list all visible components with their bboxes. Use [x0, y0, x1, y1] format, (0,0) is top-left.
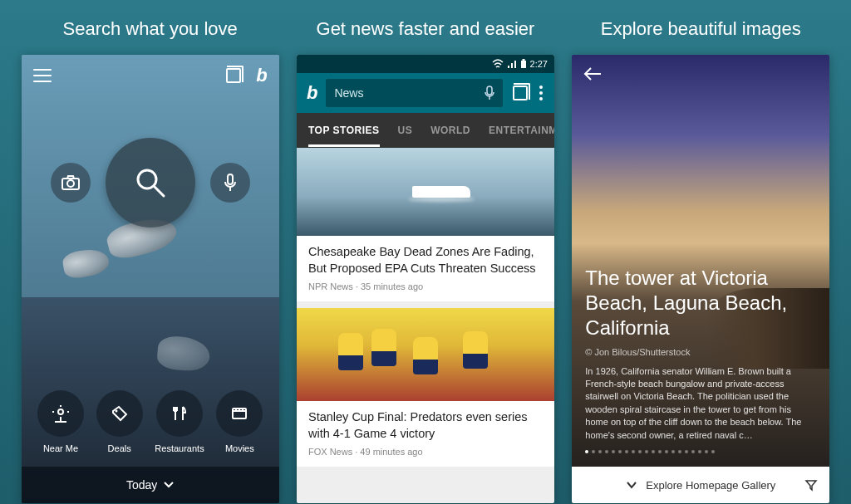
today-label: Today	[126, 478, 157, 492]
battery-icon	[520, 59, 527, 69]
explore-gallery-button[interactable]: Explore Homepage Gallery	[572, 467, 829, 503]
image-title: The tower at Victoria Beach, Laguna Beac…	[585, 266, 816, 340]
camera-search-button[interactable]	[51, 163, 91, 203]
tab-entertainment[interactable]: ENTERTAINME	[489, 125, 554, 136]
svg-rect-15	[487, 86, 492, 95]
image-description: In 1926, California senator William E. B…	[585, 365, 816, 442]
tab-top-stories[interactable]: TOP STORIES	[308, 125, 380, 147]
wifi-icon	[492, 59, 504, 69]
today-button[interactable]: Today	[22, 467, 279, 503]
column-title-search: Search what you love	[62, 18, 237, 40]
category-restaurants[interactable]: Restaurants	[155, 390, 204, 453]
restaurants-icon	[170, 404, 189, 423]
article-card[interactable]: Stanley Cup Final: Predators even series…	[297, 308, 554, 467]
category-label: Movies	[225, 443, 254, 453]
pagination-dots[interactable]	[585, 450, 816, 453]
category-row: Near Me Deals Restaurants Movies	[22, 390, 279, 453]
search-input[interactable]: News	[326, 79, 503, 107]
search-button[interactable]	[106, 138, 195, 228]
svg-rect-14	[522, 59, 524, 61]
category-near-me[interactable]: Near Me	[37, 390, 84, 453]
bing-logo[interactable]: b	[303, 82, 321, 104]
category-deals[interactable]: Deals	[96, 390, 143, 453]
svg-point-7	[115, 410, 117, 413]
phone-images: The tower at Victoria Beach, Laguna Beac…	[572, 55, 829, 503]
svg-line-3	[155, 187, 164, 196]
movies-icon	[230, 404, 248, 423]
back-button[interactable]	[583, 66, 602, 81]
article-image	[297, 148, 554, 236]
category-label: Restaurants	[155, 443, 204, 453]
phone-news: 2:27 b News TOP STORIES US WORLD ENTERTA…	[297, 55, 554, 503]
search-value: News	[334, 86, 363, 100]
article-image	[297, 308, 554, 401]
article-meta: FOX News · 49 minutes ago	[308, 447, 543, 457]
chevron-down-icon	[164, 482, 174, 488]
svg-rect-13	[521, 61, 526, 68]
article-title: Chesapeake Bay Dead Zones Are Fading, Bu…	[308, 244, 543, 276]
search-icon	[132, 164, 169, 201]
article-card[interactable]: Chesapeake Bay Dead Zones Are Fading, Bu…	[297, 148, 554, 301]
bing-logo[interactable]: b	[256, 65, 267, 86]
camera-icon	[61, 175, 80, 190]
phone-search: b Near Me	[22, 55, 279, 503]
menu-icon[interactable]	[33, 69, 52, 82]
image-credit: © Jon Bilous/Shutterstock	[585, 347, 816, 357]
filter-icon[interactable]	[804, 478, 818, 492]
tabs-icon[interactable]	[513, 86, 528, 100]
tabs-icon[interactable]	[226, 68, 241, 83]
status-bar: 2:27	[297, 55, 554, 73]
voice-search-button[interactable]	[210, 163, 250, 203]
svg-point-1	[67, 180, 74, 187]
near-me-icon	[52, 404, 70, 423]
microphone-icon[interactable]	[485, 86, 494, 100]
category-label: Deals	[108, 443, 131, 453]
arrow-left-icon	[583, 66, 602, 81]
deals-icon	[111, 404, 129, 423]
tab-world[interactable]: WORLD	[430, 125, 470, 136]
category-label: Near Me	[43, 443, 78, 453]
svg-point-2	[138, 170, 156, 188]
svg-rect-4	[228, 174, 233, 184]
tab-us[interactable]: US	[398, 125, 413, 136]
microphone-icon	[224, 174, 236, 192]
status-time: 2:27	[530, 59, 548, 69]
svg-point-6	[58, 409, 63, 414]
column-title-news: Get news faster and easier	[317, 18, 535, 40]
chevron-down-icon	[626, 481, 637, 489]
article-meta: NPR News · 35 minutes ago	[308, 281, 543, 291]
column-title-images: Explore beautiful images	[601, 18, 801, 40]
overflow-menu-icon[interactable]	[539, 86, 543, 100]
news-tabs: TOP STORIES US WORLD ENTERTAINME	[297, 113, 554, 148]
article-title: Stanley Cup Final: Predators even series…	[308, 409, 543, 442]
explore-gallery-label: Explore Homepage Gallery	[646, 479, 775, 492]
signal-icon	[507, 59, 517, 69]
category-movies[interactable]: Movies	[216, 390, 263, 453]
